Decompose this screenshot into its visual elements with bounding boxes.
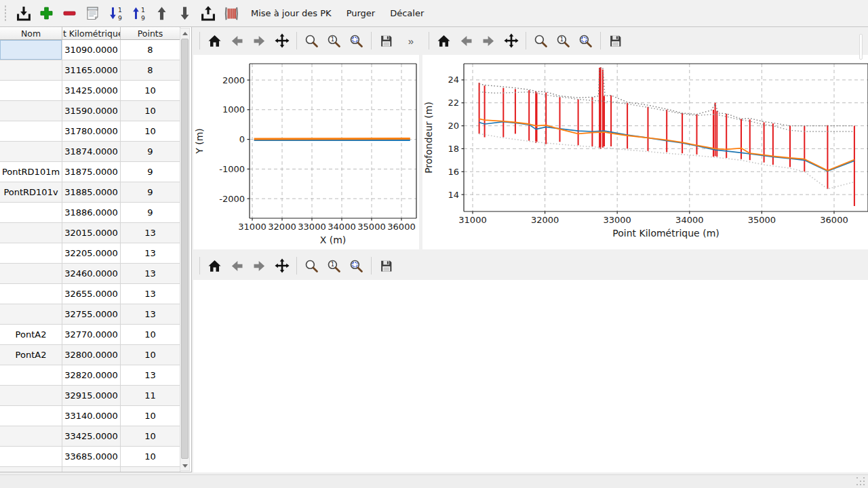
xy-plot-canvas[interactable]: 310003200033000340003500036000-2000-1000… xyxy=(193,55,419,249)
table-cell[interactable]: 31885.0000 xyxy=(62,182,121,203)
table-cell[interactable] xyxy=(0,447,62,467)
purge-button[interactable]: Purger xyxy=(339,3,383,24)
table-cell[interactable] xyxy=(0,223,62,243)
resize-grip-icon[interactable] xyxy=(856,477,865,486)
table-cell[interactable]: 10 xyxy=(121,101,180,121)
back-button[interactable] xyxy=(456,31,476,51)
table-cell[interactable]: 33140.0000 xyxy=(62,406,121,426)
table-cell[interactable]: 31165.0000 xyxy=(62,60,121,81)
table-cell[interactable]: 10 xyxy=(121,325,180,345)
pan-button[interactable] xyxy=(501,31,521,51)
zoom-one-button[interactable]: 1 xyxy=(324,31,344,51)
table-cell[interactable]: 10 xyxy=(121,426,180,447)
table-vertical-scrollbar[interactable] xyxy=(180,28,190,471)
save-button[interactable] xyxy=(376,31,396,51)
delete-row-button[interactable] xyxy=(59,3,80,24)
home-button[interactable] xyxy=(434,31,454,51)
panel-mini-scrollbar[interactable] xyxy=(859,34,863,60)
forward-button[interactable] xyxy=(250,256,269,276)
table-cell[interactable] xyxy=(0,264,62,284)
back-button[interactable] xyxy=(227,256,247,276)
table-cell[interactable]: 13 xyxy=(121,264,180,284)
table-cell[interactable] xyxy=(0,142,62,162)
save-button[interactable] xyxy=(606,31,625,51)
table-cell[interactable]: 31886.0000 xyxy=(62,203,121,223)
table-cell[interactable]: 13 xyxy=(121,223,180,243)
home-button[interactable] xyxy=(205,31,224,51)
home-button[interactable] xyxy=(205,256,224,276)
bottom-plot-canvas[interactable] xyxy=(193,280,868,472)
table-cell[interactable]: 9 xyxy=(121,182,180,203)
table-cell[interactable] xyxy=(0,365,62,386)
table-cell[interactable]: 9 xyxy=(121,162,180,182)
table-cell[interactable]: 32800.0000 xyxy=(62,345,121,365)
scrollbar-thumb[interactable] xyxy=(181,39,189,459)
zoom-rect-button[interactable] xyxy=(347,256,366,276)
add-row-button[interactable] xyxy=(36,3,57,24)
column-header-point-kilometrique[interactable]: t Kilométrique xyxy=(62,27,121,40)
table-cell[interactable]: 32655.0000 xyxy=(62,284,121,304)
table-cell[interactable]: 10 xyxy=(121,447,180,467)
table-cell[interactable]: PontA2 xyxy=(0,345,62,365)
table-cell[interactable]: 10 xyxy=(121,406,180,426)
table-cell[interactable]: 31090.0000 xyxy=(62,40,121,60)
toolbar-grip[interactable] xyxy=(4,5,7,22)
zoom-one-button[interactable]: 1 xyxy=(324,256,344,276)
table-cell[interactable]: 13 xyxy=(121,304,180,325)
table-cell[interactable] xyxy=(0,81,62,101)
table-cell[interactable]: 8 xyxy=(121,40,180,60)
table-cell[interactable]: 32205.0000 xyxy=(62,243,121,264)
table-cell[interactable]: 31874.0000 xyxy=(62,142,121,162)
zoom-button[interactable] xyxy=(531,31,551,51)
table-cell[interactable]: PontRD101m xyxy=(0,162,62,182)
table-cell[interactable]: 32755.0000 xyxy=(62,304,121,325)
zoom-button[interactable] xyxy=(302,31,321,51)
table-cell[interactable]: 10 xyxy=(121,81,180,101)
table-cell[interactable]: 32820.0000 xyxy=(62,365,121,386)
table-cell[interactable]: 13 xyxy=(121,243,180,264)
scrollbar-up-button[interactable] xyxy=(180,28,189,38)
pan-button[interactable] xyxy=(272,31,292,51)
table-cell[interactable] xyxy=(0,284,62,304)
table-cell[interactable] xyxy=(0,60,62,81)
table-cell[interactable]: 32915.0000 xyxy=(62,386,121,406)
table-cell[interactable] xyxy=(0,406,62,426)
zoom-rect-button[interactable] xyxy=(576,31,595,51)
zoom-button[interactable] xyxy=(302,256,321,276)
table-cell[interactable]: 8 xyxy=(121,60,180,81)
zoom-rect-button[interactable] xyxy=(347,31,366,51)
table-cell[interactable]: 33425.0000 xyxy=(62,426,121,447)
table-cell[interactable] xyxy=(62,467,121,472)
table-cell[interactable] xyxy=(0,386,62,406)
table-cell[interactable]: 13 xyxy=(121,365,180,386)
table-cell[interactable]: 31780.0000 xyxy=(62,121,121,142)
table-cell[interactable] xyxy=(0,426,62,447)
table-cell[interactable]: 9 xyxy=(121,203,180,223)
column-header-nom[interactable]: Nom xyxy=(0,27,62,40)
forward-button[interactable] xyxy=(250,31,269,51)
table-cell[interactable] xyxy=(0,467,62,472)
selected-cell[interactable] xyxy=(0,40,62,60)
table-cell[interactable]: 33685.0000 xyxy=(62,447,121,467)
sort-ascending-button[interactable]: 19 xyxy=(105,3,126,24)
toolbar-overflow-button[interactable]: » xyxy=(406,35,416,47)
back-button[interactable] xyxy=(227,31,247,51)
zoom-one-button[interactable]: 1 xyxy=(553,31,573,51)
table-cell[interactable] xyxy=(0,304,62,325)
table-cell[interactable] xyxy=(0,101,62,121)
table-cell[interactable] xyxy=(0,121,62,142)
table-cell[interactable]: PontRD101v xyxy=(0,182,62,203)
import-button[interactable] xyxy=(13,3,34,24)
move-down-button[interactable] xyxy=(174,3,195,24)
table-cell[interactable] xyxy=(0,203,62,223)
profiles-button[interactable] xyxy=(220,3,241,24)
table-cell[interactable]: 31590.0000 xyxy=(62,101,121,121)
table-cell[interactable]: 32460.0000 xyxy=(62,264,121,284)
table-cell[interactable]: 32770.0000 xyxy=(62,325,121,345)
scrollbar-down-button[interactable] xyxy=(180,461,189,470)
save-button[interactable] xyxy=(376,256,396,276)
table-cell[interactable]: PontA2 xyxy=(0,325,62,345)
profile-plot-canvas[interactable]: 3100032000330003400035000360001416182022… xyxy=(422,55,868,249)
table-cell[interactable]: 31425.0000 xyxy=(62,81,121,101)
move-up-button[interactable] xyxy=(151,3,172,24)
